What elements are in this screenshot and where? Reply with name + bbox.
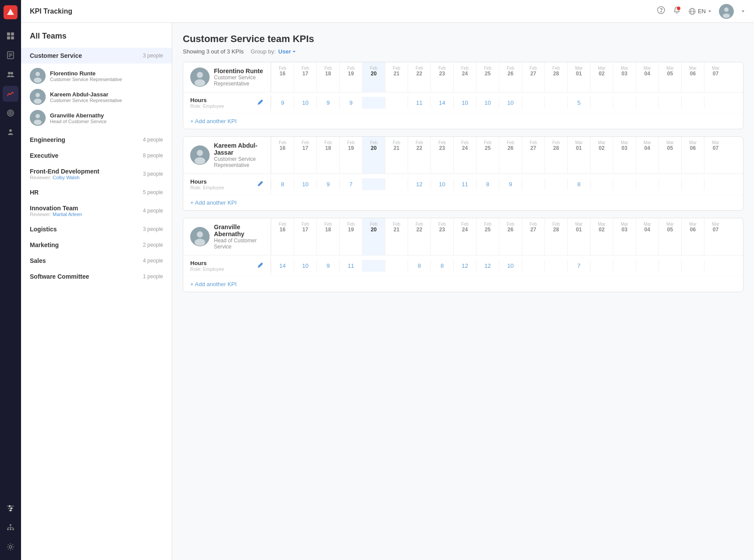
- nav-kpi[interactable]: [3, 86, 18, 102]
- nav-dashboard[interactable]: [3, 28, 18, 44]
- content-body: All Teams Customer Service3 peopleFloren…: [21, 23, 754, 560]
- team-item-8: Sales4 people: [21, 253, 172, 269]
- team-4[interactable]: HR5 people: [21, 184, 172, 200]
- svg-rect-2: [11, 32, 14, 35]
- kpi-edit-icon[interactable]: [257, 181, 263, 188]
- page-title: KPI Tracking: [30, 7, 651, 15]
- main-wrapper: KPI Tracking: [21, 0, 754, 560]
- team-name: Marketing: [30, 241, 59, 248]
- member-0-1[interactable]: Kareem Abdul-JassarCustomer Service Repr…: [21, 86, 172, 107]
- kpi-label-cell: HoursRole: Employee: [183, 93, 271, 112]
- kpi-main: Customer Service team KPIs Showing 3 out…: [172, 23, 754, 560]
- person-header-0: Florentino RunteCustomer Service Represe…: [183, 62, 743, 92]
- team-6[interactable]: Logistics3 people: [21, 221, 172, 237]
- kpi-edit-icon[interactable]: [257, 99, 263, 106]
- team-name: Software Committee: [30, 273, 89, 280]
- inline-dates: Feb16Feb17Feb18Feb19Feb20Feb21Feb22Feb23…: [271, 62, 743, 92]
- svg-point-24: [10, 510, 11, 511]
- svg-rect-3: [7, 36, 10, 39]
- top-header: KPI Tracking: [21, 0, 754, 23]
- user-chevron-icon[interactable]: [741, 7, 745, 15]
- group-by: Group by: User: [251, 48, 296, 55]
- svg-point-47: [34, 78, 42, 83]
- team-item-0: Customer Service3 peopleFlorentino Runte…: [21, 48, 172, 132]
- person-info-cell: Granville AbernathyHead of Customer Serv…: [183, 218, 271, 255]
- team-name: Engineering: [30, 136, 65, 143]
- add-kpi-button[interactable]: + Add another KPI: [183, 113, 743, 129]
- nav-users[interactable]: [3, 67, 18, 82]
- svg-line-14: [12, 92, 14, 93]
- team-5[interactable]: Innovation TeamReviewer: Martial Arleen4…: [21, 200, 172, 221]
- all-teams-title: All Teams: [21, 32, 172, 48]
- svg-point-49: [36, 93, 40, 97]
- kpi-count: Showing 3 out of 3 KPIs: [183, 48, 244, 55]
- add-kpi-button[interactable]: + Add another KPI: [183, 276, 743, 292]
- add-kpi-button[interactable]: + Add another KPI: [183, 195, 743, 210]
- kpi-data-row-2: HoursRole: Employee1410911881212107: [183, 255, 743, 276]
- help-icon[interactable]: [657, 6, 665, 17]
- kpi-meta: Showing 3 out of 3 KPIs Group by: User: [183, 48, 743, 55]
- nav-filters[interactable]: [3, 500, 18, 516]
- user-avatar: [190, 67, 210, 87]
- member-avatar: [30, 110, 46, 126]
- team-3[interactable]: Front-End DevelopmentReviewer: Colby Wal…: [21, 163, 172, 184]
- team-9[interactable]: Software Committee1 people: [21, 269, 172, 284]
- group-by-value[interactable]: User: [278, 48, 296, 55]
- svg-point-10: [11, 72, 13, 74]
- svg-line-13: [11, 92, 12, 95]
- notifications-wrapper: [672, 6, 681, 17]
- svg-point-18: [9, 129, 12, 132]
- user-avatar-header[interactable]: [719, 4, 734, 19]
- person-card-0: Florentino RunteCustomer Service Represe…: [183, 62, 743, 129]
- kpi-data-row-1: HoursRole: Employee81097121011898: [183, 174, 743, 195]
- member-avatar: [30, 89, 46, 105]
- inline-dates: Feb16Feb17Feb18Feb19Feb20Feb21Feb22Feb23…: [271, 218, 743, 255]
- svg-point-36: [661, 11, 662, 12]
- person-info-cell: Kareem Abdul-JassarCustomer Service Repr…: [183, 137, 271, 174]
- nav-documents[interactable]: [3, 47, 18, 63]
- svg-marker-40: [708, 11, 711, 12]
- svg-point-23: [11, 507, 12, 509]
- app-logo[interactable]: [4, 5, 18, 19]
- svg-marker-54: [293, 51, 295, 53]
- team-members-0: Florentino RunteCustomer Service Represe…: [21, 64, 172, 132]
- group-by-label: Group by:: [251, 48, 276, 55]
- svg-point-25: [10, 524, 11, 526]
- person-cards: Florentino RunteCustomer Service Represe…: [183, 62, 743, 292]
- team-item-6: Logistics3 people: [21, 221, 172, 237]
- person-header-2: Granville AbernathyHead of Customer Serv…: [183, 218, 743, 255]
- team-item-1: Engineering4 people: [21, 132, 172, 148]
- nav-org[interactable]: [3, 520, 18, 535]
- kpi-title: Customer Service team KPIs: [183, 33, 743, 45]
- nav-targets[interactable]: [3, 105, 18, 121]
- svg-point-59: [197, 150, 203, 156]
- svg-point-57: [195, 79, 205, 86]
- team-2[interactable]: Executive8 people: [21, 148, 172, 163]
- svg-rect-4: [11, 36, 14, 39]
- svg-marker-44: [742, 11, 744, 12]
- nav-settings[interactable]: [3, 539, 18, 555]
- svg-point-46: [36, 72, 40, 76]
- team-0[interactable]: Customer Service3 people: [21, 48, 172, 64]
- svg-point-60: [195, 157, 205, 164]
- team-8[interactable]: Sales4 people: [21, 253, 172, 269]
- lang-text: EN: [698, 8, 706, 14]
- team-7[interactable]: Marketing2 people: [21, 237, 172, 253]
- person-card-2: Granville AbernathyHead of Customer Serv…: [183, 218, 743, 292]
- svg-point-50: [34, 99, 42, 104]
- member-avatar: [30, 68, 46, 84]
- svg-point-27: [10, 528, 11, 530]
- kpi-edit-icon[interactable]: [257, 262, 263, 269]
- language-selector[interactable]: EN: [688, 7, 712, 15]
- inline-dates: Feb16Feb17Feb18Feb19Feb20Feb21Feb22Feb23…: [271, 137, 743, 174]
- member-0-0[interactable]: Florentino RunteCustomer Service Represe…: [21, 65, 172, 86]
- team-1[interactable]: Engineering4 people: [21, 132, 172, 148]
- user-avatar: [190, 227, 210, 246]
- nav-team[interactable]: [3, 124, 18, 140]
- team-name: Customer Service: [30, 52, 82, 59]
- kpi-data-row-0: HoursRole: Employee9109911141010105: [183, 92, 743, 113]
- header-actions: EN: [657, 4, 745, 19]
- svg-point-53: [34, 120, 42, 125]
- svg-point-52: [36, 114, 40, 118]
- member-0-2[interactable]: Granville AbernathyHead of Customer Serv…: [21, 107, 172, 128]
